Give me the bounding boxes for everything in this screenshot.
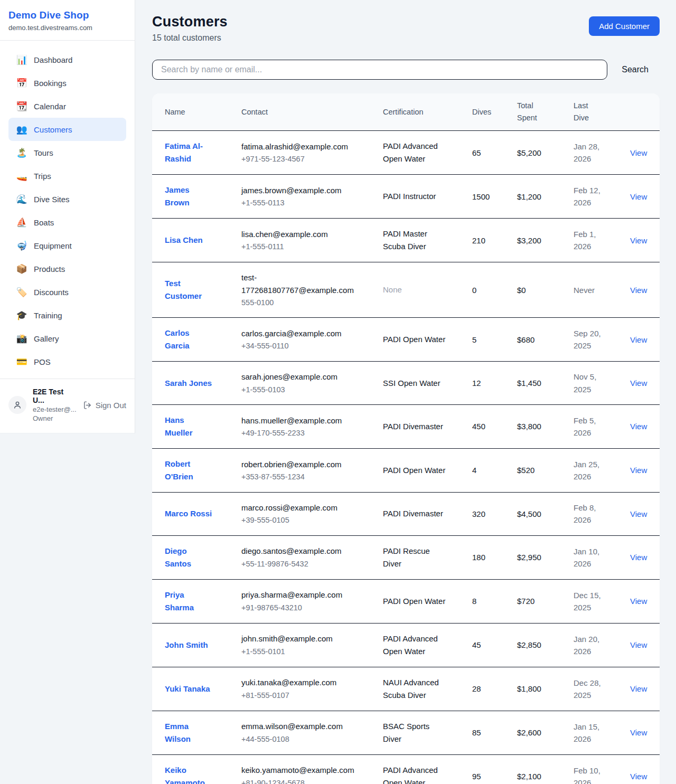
sidebar-item-label: Products	[34, 265, 65, 273]
view-link[interactable]: View	[630, 422, 647, 431]
dives-cell: 0	[472, 262, 517, 318]
customer-name-link[interactable]: Yuki Tanaka	[165, 683, 210, 695]
customer-email: john.smith@example.com	[241, 632, 356, 645]
sidebar-item-customers[interactable]: 👥 Customers	[8, 118, 126, 141]
page-title: Customers	[152, 14, 228, 30]
customer-phone: +34-555-0110	[241, 340, 374, 352]
sidebar-item-label: Dashboard	[34, 55, 72, 64]
customer-name-link[interactable]: Hans Mueller	[165, 414, 214, 439]
sidebar-item-bookings[interactable]: 📅 Bookings	[8, 71, 126, 95]
view-link[interactable]: View	[630, 597, 647, 606]
total-spent-cell: $3,800	[517, 405, 574, 449]
column-header-contact: Contact	[241, 93, 383, 131]
sidebar-item-label: Calendar	[34, 102, 66, 111]
total-spent-cell: $1,200	[517, 175, 574, 219]
search-input[interactable]	[152, 60, 607, 80]
dives-cell: 8	[472, 579, 517, 623]
sidebar-item-dive-sites[interactable]: 🌊 Dive Sites	[8, 187, 126, 211]
customer-name-link[interactable]: James Brown	[165, 184, 214, 209]
customer-phone: +1-555-0101	[241, 646, 374, 657]
shop-name: Demo Dive Shop	[8, 10, 126, 21]
sidebar-nav: 📊 Dashboard 📅 Bookings 📆 Calendar 👥 Cust…	[0, 41, 135, 379]
view-link[interactable]: View	[630, 148, 647, 157]
person-icon	[13, 400, 22, 410]
sidebar-item-label: Training	[34, 311, 62, 320]
total-spent-cell: $680	[517, 318, 574, 362]
customer-phone: +49-170-555-2233	[241, 427, 374, 439]
add-customer-button[interactable]: Add Customer	[589, 16, 660, 36]
customer-name-link[interactable]: Carlos Garcia	[165, 327, 214, 352]
total-spent-cell: $1,800	[517, 667, 574, 711]
certification-cell: PADI Open Water	[383, 595, 448, 608]
certification-cell: PADI Open Water	[383, 464, 448, 477]
sidebar-item-pos[interactable]: 💳 POS	[8, 350, 126, 373]
table-row: Diego Santos diego.santos@example.com+55…	[152, 535, 660, 579]
app-root: Demo Dive Shop demo.test.divestreams.com…	[0, 0, 676, 784]
sign-out-button[interactable]: Sign Out	[83, 401, 126, 410]
sidebar-item-equipment[interactable]: 🤿 Equipment	[8, 234, 126, 257]
last-dive-cell: Jan 20, 2026	[574, 633, 606, 658]
customer-phone: +91-98765-43210	[241, 602, 374, 613]
total-spent-cell: $1,450	[517, 362, 574, 405]
sidebar-item-calendar[interactable]: 📆 Calendar	[8, 95, 126, 118]
customer-name-link[interactable]: Marco Rossi	[165, 507, 212, 520]
view-link[interactable]: View	[630, 286, 647, 295]
view-link[interactable]: View	[630, 509, 647, 518]
total-spent-cell: $4,500	[517, 493, 574, 536]
view-link[interactable]: View	[630, 684, 647, 693]
view-link[interactable]: View	[630, 640, 647, 649]
view-link[interactable]: View	[630, 772, 647, 781]
view-link[interactable]: View	[630, 236, 647, 245]
camera-icon: 📸	[16, 334, 27, 343]
certification-cell: PADI Rescue Diver	[383, 545, 448, 570]
customer-name-link[interactable]: Fatima Al-Rashid	[165, 140, 214, 165]
view-link[interactable]: View	[630, 192, 647, 201]
table-row: Sarah Jones sarah.jones@example.com+1-55…	[152, 362, 660, 405]
view-link[interactable]: View	[630, 553, 647, 562]
sidebar-item-tours[interactable]: 🏝️ Tours	[8, 141, 126, 164]
sidebar-item-trips[interactable]: 🚤 Trips	[8, 164, 126, 187]
dives-cell: 450	[472, 405, 517, 449]
graduation-cap-icon: 🎓	[16, 311, 27, 320]
customer-name-link[interactable]: Diego Santos	[165, 545, 214, 570]
customer-email: fatima.alrashid@example.com	[241, 140, 356, 153]
last-dive-cell: Jan 10, 2026	[574, 545, 606, 570]
customer-name-link[interactable]: Test Customer	[165, 277, 214, 303]
view-link[interactable]: View	[630, 728, 647, 737]
sidebar-item-products[interactable]: 📦 Products	[8, 257, 126, 280]
island-icon: 🏝️	[16, 148, 27, 157]
customer-name-link[interactable]: Priya Sharma	[165, 589, 214, 614]
sidebar-header: Demo Dive Shop demo.test.divestreams.com	[0, 0, 135, 41]
sidebar-item-training[interactable]: 🎓 Training	[8, 304, 126, 327]
column-header-actions	[630, 93, 660, 131]
customer-email: lisa.chen@example.com	[241, 228, 356, 240]
view-link[interactable]: View	[630, 379, 647, 388]
certification-cell: SSI Open Water	[383, 377, 448, 390]
customer-name-link[interactable]: Keiko Yamamoto	[165, 764, 214, 784]
sidebar-item-boats[interactable]: ⛵ Boats	[8, 211, 126, 234]
dives-cell: 28	[472, 667, 517, 711]
user-role: Owner	[33, 414, 77, 422]
sidebar-item-dashboard[interactable]: 📊 Dashboard	[8, 48, 126, 71]
customer-name-link[interactable]: Emma Wilson	[165, 720, 214, 745]
last-dive-cell: Dec 15, 2025	[574, 589, 606, 614]
customer-name-link[interactable]: Sarah Jones	[165, 377, 212, 390]
certification-cell: PADI Divemaster	[383, 507, 448, 520]
customer-name-link[interactable]: Robert O'Brien	[165, 458, 214, 483]
sidebar-item-discounts[interactable]: 🏷️ Discounts	[8, 280, 126, 304]
view-link[interactable]: View	[630, 335, 647, 344]
sidebar-item-gallery[interactable]: 📸 Gallery	[8, 327, 126, 350]
customer-name-link[interactable]: John Smith	[165, 639, 208, 651]
view-link[interactable]: View	[630, 466, 647, 475]
customer-email: carlos.garcia@example.com	[241, 327, 356, 339]
customer-name-link[interactable]: Lisa Chen	[165, 234, 203, 247]
table-row: Lisa Chen lisa.chen@example.com+1-555-01…	[152, 219, 660, 262]
tag-icon: 🏷️	[16, 288, 27, 297]
page-subtitle: 15 total customers	[152, 33, 228, 43]
column-header-certification: Certification	[383, 93, 472, 131]
users-icon: 👥	[16, 125, 27, 134]
last-dive-cell: Feb 1, 2026	[574, 228, 606, 253]
customer-email: keiko.yamamoto@example.com	[241, 764, 356, 776]
credit-card-icon: 💳	[16, 357, 27, 366]
search-button[interactable]: Search	[622, 62, 649, 78]
